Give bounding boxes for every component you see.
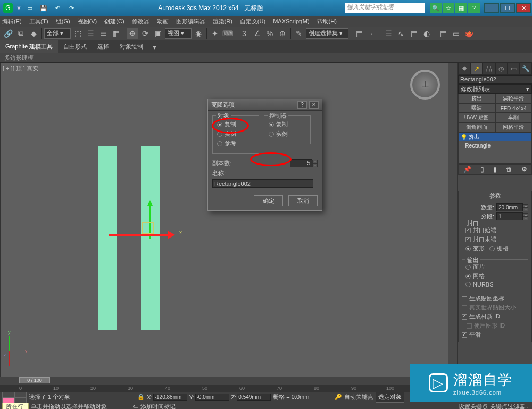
dialog-close-icon[interactable]: ✕ [309,101,319,109]
morph-radio[interactable] [466,246,471,251]
stack-item-rectangle[interactable]: Rectangle [459,141,531,150]
clone-copy-radio[interactable] [217,122,222,127]
ribbon-polymodel-label[interactable]: 多边形建模 [4,54,34,62]
app-icon[interactable]: G [3,3,13,13]
amount-spinner[interactable]: 20.0mm [496,203,523,211]
spinner-snap-icon[interactable]: ⊕ [277,28,288,39]
tab-display-icon[interactable]: ▭ [508,63,520,75]
gen-mat-checkbox[interactable] [462,314,467,320]
make-unique-icon[interactable]: ▮ [493,166,497,173]
smooth-checkbox[interactable] [462,332,467,338]
modbtn-lathe[interactable]: 车削 [495,113,533,122]
viewcube[interactable]: 上 [410,70,440,100]
rotate-icon[interactable]: ⟳ [139,28,151,39]
remove-mod-icon[interactable]: 🗑 [506,166,512,173]
pin-stack-icon[interactable]: 📌 [463,166,471,173]
menu-group[interactable]: 组(G) [56,18,70,26]
menu-maxscript[interactable]: MAXScript(M) [273,18,309,24]
dialog-help-icon[interactable]: ? [297,101,307,109]
maxscript-listener[interactable]: 所在行: [2,403,29,409]
clone-instance-radio[interactable] [217,132,222,137]
render-icon[interactable]: 🫖 [463,28,475,39]
viewport-scrollbar[interactable] [448,63,457,377]
modbtn-uvw[interactable]: UVW 贴图 [458,113,495,122]
refcoord-dropdown[interactable]: 视图 ▾ [165,28,192,39]
segments-spinner[interactable]: 1 [496,212,523,220]
modbtn-meshsmooth[interactable]: 网格平滑 [495,122,533,132]
coord-y-input[interactable] [195,394,229,401]
timetag-icon[interactable]: 🏷 [132,403,138,409]
align-icon[interactable]: ⫠ [366,28,378,39]
material-editor-icon[interactable]: ◐ [421,28,433,39]
setkey-button[interactable]: 设置关键点 [459,403,488,410]
menu-animation[interactable]: 动画 [157,18,169,26]
layers-icon[interactable]: ☰ [383,28,394,39]
dialog-titlebar[interactable]: 克隆选项 ? ✕ [208,99,322,111]
tab-hierarchy-icon[interactable]: 品 [483,63,495,75]
percent-snap-icon[interactable]: % [264,28,276,39]
maximize-button[interactable]: ☐ [500,3,515,13]
selection-filter-dropdown[interactable]: 全部 ▾ [44,28,71,39]
modbtn-bevelprofile[interactable]: 倒角剖面 [458,122,495,132]
configure-icon[interactable]: ⚙ [521,166,527,173]
modbtn-extrude[interactable]: 挤出 [458,94,495,103]
out-patch-radio[interactable] [466,265,471,270]
snap-icon[interactable]: 3 [238,28,250,39]
modbtn-turbosmooth[interactable]: 涡轮平滑 [495,94,533,103]
edit-selset-icon[interactable]: ✎ [293,28,305,39]
unlink-icon[interactable]: ⧉ [15,28,27,39]
gen-map-checkbox[interactable] [462,296,467,301]
clone-reference-radio[interactable] [217,141,222,146]
copies-spinner[interactable]: 5 [290,159,312,167]
pivot-icon[interactable]: ◉ [193,28,204,39]
scale-icon[interactable]: ▣ [152,28,164,39]
modifier-list-dropdown[interactable]: 修改器列表▾ [458,84,532,94]
render-frame-icon[interactable]: ▭ [450,28,462,39]
render-setup-icon[interactable]: ▦ [437,28,449,39]
menu-modifiers[interactable]: 修改器 [132,18,149,26]
cancel-button[interactable]: 取消 [288,195,318,206]
menu-rendering[interactable]: 渲染(R) [213,18,232,26]
manipulate-icon[interactable]: ✦ [209,28,221,39]
named-selset-dropdown[interactable]: 创建选择集 ▾ [306,28,348,39]
save-icon[interactable]: 💾 [38,3,49,13]
lock-icon[interactable]: 🔒 [137,394,145,401]
ok-button[interactable]: 确定 [254,195,283,206]
window-crossing-icon[interactable]: ▦ [110,28,122,39]
help-icon[interactable]: ? [468,3,480,13]
gizmo-xy-plane[interactable] [142,222,154,234]
out-nurbs-radio[interactable] [466,282,471,287]
tab-motion-icon[interactable]: ◷ [495,63,508,75]
angle-snap-icon[interactable]: ∠ [251,28,263,39]
ribbon-expand-icon[interactable]: ▾ [148,41,160,53]
object-name-input[interactable] [458,75,532,84]
shape-rectangle-2[interactable] [141,146,160,330]
menu-create[interactable]: 创建(C) [104,18,124,26]
menu-edit[interactable]: 编辑(E) [2,18,22,26]
move-icon[interactable]: ✥ [127,28,138,39]
search-icon[interactable]: 🔍 [430,3,442,13]
undo-icon[interactable]: ↶ [52,3,63,13]
modbtn-ffd[interactable]: FFD 4x4x4 [495,103,533,113]
tab-modify-icon[interactable]: ↗ [470,63,483,75]
show-end-icon[interactable]: ▯ [480,166,484,173]
keyfilters-button[interactable]: 关键点过滤器... [490,403,530,410]
autokey-button[interactable]: 自动关键点 [344,393,373,401]
ribbon-tab-selection[interactable]: 选择 [92,40,114,53]
ribbon-tab-freeform[interactable]: 自由形式 [58,40,92,53]
modbtn-noise[interactable]: 噪波 [458,103,495,113]
select-name-icon[interactable]: ☰ [85,28,96,39]
select-region-icon[interactable]: ▭ [97,28,109,39]
timetag-button[interactable]: 添加时间标记 [140,403,176,410]
coord-x-input[interactable] [153,394,187,401]
time-slider-handle[interactable]: 0 / 100 [19,377,50,383]
coord-z-input[interactable] [237,394,271,401]
grid-radio[interactable] [489,246,495,251]
clone-name-input[interactable] [212,179,313,188]
shape-rectangle-1[interactable] [98,146,117,330]
out-mesh-radio[interactable] [466,274,471,279]
tab-utilities-icon[interactable]: 🔧 [520,63,532,75]
tab-create-icon[interactable]: ✸ [458,63,470,75]
curve-editor-icon[interactable]: ∿ [395,28,407,39]
ribbon-tab-objectpaint[interactable]: 对象绘制 [114,40,148,53]
